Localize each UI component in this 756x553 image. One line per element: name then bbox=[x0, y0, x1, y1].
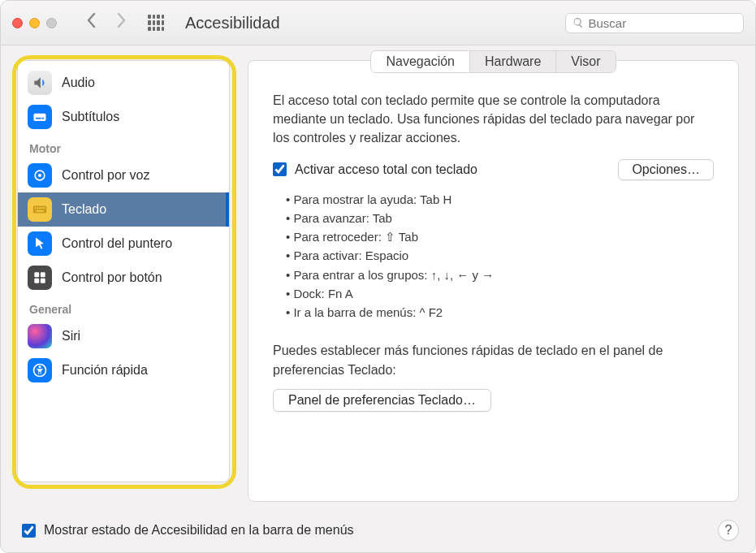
voice-control-icon bbox=[28, 163, 52, 188]
sidebar-item-label: Función rápida bbox=[62, 363, 148, 378]
svg-rect-0 bbox=[34, 114, 46, 121]
sidebar-item-audio[interactable]: Audio bbox=[18, 66, 229, 100]
window-title: Accesibilidad bbox=[185, 14, 280, 32]
svg-rect-6 bbox=[35, 207, 37, 209]
svg-rect-10 bbox=[44, 207, 45, 209]
enable-full-keyboard-access-label: Activar acceso total con teclado bbox=[295, 162, 610, 177]
options-button[interactable]: Opciones… bbox=[618, 159, 714, 180]
back-button[interactable] bbox=[81, 12, 102, 33]
question-mark-icon: ? bbox=[725, 523, 732, 538]
keyboard-prefs-button[interactable]: Panel de preferencias Teclado… bbox=[273, 389, 491, 412]
hint-item: Para avanzar: Tab bbox=[286, 209, 714, 227]
sidebar-item-label: Control del puntero bbox=[62, 236, 172, 251]
tab-visor[interactable]: Visor bbox=[556, 51, 615, 72]
sidebar-item-label: Control por voz bbox=[62, 168, 150, 183]
hint-item: Para retroceder: ⇧ Tab bbox=[286, 227, 714, 246]
show-status-menubar-checkbox[interactable] bbox=[22, 524, 36, 538]
forward-button[interactable] bbox=[110, 12, 132, 33]
help-button[interactable]: ? bbox=[718, 520, 739, 541]
svg-rect-11 bbox=[36, 210, 43, 212]
svg-rect-1 bbox=[36, 118, 41, 119]
svg-point-17 bbox=[39, 365, 41, 368]
settings-pane: Navegación Hardware Visor El acceso tota… bbox=[248, 60, 739, 502]
sidebar-item-keyboard[interactable]: Teclado bbox=[18, 192, 229, 227]
sidebar-item-switch-control[interactable]: Control por botón bbox=[18, 261, 229, 295]
sidebar-item-pointer-control[interactable]: Control del puntero bbox=[18, 227, 229, 261]
close-window-button[interactable] bbox=[12, 18, 23, 28]
siri-icon bbox=[28, 324, 52, 348]
hint-item: Dock: Fn A bbox=[286, 284, 714, 303]
sidebar-item-shortcut[interactable]: Función rápida bbox=[18, 353, 229, 387]
svg-point-4 bbox=[38, 174, 41, 177]
svg-rect-5 bbox=[33, 205, 47, 213]
svg-rect-9 bbox=[41, 207, 43, 209]
search-field[interactable] bbox=[565, 13, 744, 33]
sidebar-container: Audio Subtítulos Motor Control por voz bbox=[17, 60, 230, 502]
sidebar[interactable]: Audio Subtítulos Motor Control por voz bbox=[17, 60, 230, 482]
sidebar-item-label: Teclado bbox=[62, 202, 106, 217]
chevron-left-icon bbox=[86, 12, 97, 28]
switch-control-icon bbox=[28, 266, 52, 290]
sidebar-item-siri[interactable]: Siri bbox=[18, 319, 229, 353]
pane-description: El acceso total con teclado permite que … bbox=[248, 73, 738, 159]
search-input[interactable] bbox=[588, 16, 737, 30]
sidebar-item-label: Subtítulos bbox=[62, 110, 119, 124]
more-shortcuts-text: Puedes establecer más funciones rápidas … bbox=[248, 325, 738, 387]
svg-rect-12 bbox=[34, 272, 39, 277]
sidebar-item-label: Audio bbox=[62, 76, 95, 90]
svg-rect-8 bbox=[39, 207, 41, 209]
hint-item: Para mostrar la ayuda: Tab H bbox=[286, 190, 714, 209]
show-status-menubar-label: Mostrar estado de Accesibilidad en la ba… bbox=[44, 523, 354, 538]
keyboard-icon bbox=[28, 197, 52, 222]
sidebar-item-subtitles[interactable]: Subtítulos bbox=[18, 100, 229, 134]
enable-full-keyboard-access-checkbox[interactable] bbox=[273, 162, 287, 176]
tab-bar: Navegación Hardware Visor bbox=[248, 50, 738, 73]
svg-rect-2 bbox=[42, 118, 45, 119]
captions-icon bbox=[28, 105, 52, 129]
sidebar-item-voice-control[interactable]: Control por voz bbox=[18, 158, 229, 192]
sidebar-item-label: Control por botón bbox=[62, 270, 162, 285]
content-area: Navegación Hardware Visor El acceso tota… bbox=[248, 60, 739, 502]
minimize-window-button[interactable] bbox=[29, 18, 40, 28]
chevron-right-icon bbox=[115, 12, 127, 28]
sidebar-group-general: General bbox=[18, 295, 229, 319]
hint-item: Ir a la barra de menús: ^ F2 bbox=[286, 303, 714, 322]
svg-rect-15 bbox=[41, 279, 45, 283]
speaker-icon bbox=[28, 71, 52, 95]
svg-rect-13 bbox=[41, 272, 45, 277]
window-controls bbox=[12, 18, 57, 28]
footer: Mostrar estado de Accesibilidad en la ba… bbox=[1, 510, 755, 552]
hint-item: Para activar: Espacio bbox=[286, 246, 714, 265]
sidebar-group-motor: Motor bbox=[18, 134, 229, 158]
hint-item: Para entrar a los grupos: ↑, ↓, ← y → bbox=[286, 266, 714, 284]
search-icon bbox=[572, 16, 584, 29]
accessibility-shortcut-icon bbox=[28, 358, 52, 382]
body: Audio Subtítulos Motor Control por voz bbox=[1, 45, 755, 510]
zoom-window-button[interactable] bbox=[46, 18, 57, 28]
sidebar-item-label: Siri bbox=[62, 329, 80, 343]
svg-rect-7 bbox=[37, 207, 38, 209]
show-all-button[interactable] bbox=[148, 15, 164, 31]
tab-navegacion[interactable]: Navegación bbox=[371, 51, 470, 72]
svg-rect-14 bbox=[34, 279, 39, 283]
pointer-icon bbox=[28, 231, 52, 256]
keyboard-hints: Para mostrar la ayuda: Tab H Para avanza… bbox=[248, 180, 738, 326]
preferences-window: Accesibilidad Audio Subtítulos bbox=[0, 0, 756, 553]
titlebar: Accesibilidad bbox=[1, 1, 755, 45]
tab-hardware[interactable]: Hardware bbox=[470, 51, 556, 72]
